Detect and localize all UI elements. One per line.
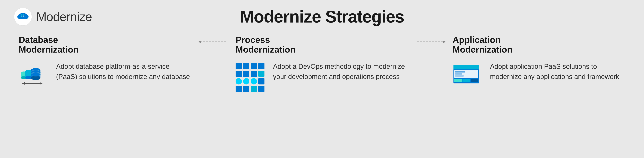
grid-cell-r3c4 <box>258 78 265 85</box>
svg-marker-22 <box>40 82 42 85</box>
application-strategy-column: Application Modernization <box>448 35 630 91</box>
svg-rect-30 <box>454 68 479 69</box>
process-grid-icon <box>236 63 264 92</box>
svg-rect-5 <box>21 14 22 15</box>
svg-rect-4 <box>19 16 27 19</box>
svg-rect-36 <box>455 73 462 74</box>
svg-point-17 <box>31 76 40 80</box>
grid-cell-r3c2 <box>243 78 250 85</box>
svg-rect-37 <box>455 75 464 76</box>
process-strategy-text: Adopt a DevOps methodology to modernize … <box>273 61 408 82</box>
grid-cell-r4c3 <box>251 86 257 92</box>
svg-marker-25 <box>198 41 201 43</box>
process-strategy-body: Adopt a DevOps methodology to modernize … <box>236 61 408 92</box>
svg-rect-8 <box>23 16 24 17</box>
grid-cell-r3c3 <box>251 78 257 85</box>
header-row: Modernize Modernize Strategies <box>14 7 630 26</box>
svg-rect-6 <box>23 14 24 15</box>
database-strategy-title: Database Modernization <box>19 35 192 54</box>
application-strategy-body: Adopt application PaaS solutions to mode… <box>452 61 625 91</box>
database-strategy-column: Database Modernization <box>14 35 196 91</box>
page-wrapper: Modernize Modernize Strategies Database … <box>0 0 644 158</box>
application-strategy-title: Application Modernization <box>452 35 625 54</box>
database-strategy-body: Adopt database platform-as-a-service (Pa… <box>19 61 192 91</box>
grid-cell-r2c3 <box>251 71 257 77</box>
database-strategy-text: Adopt database platform-as-a-service (Pa… <box>56 61 192 82</box>
svg-point-23 <box>32 83 34 84</box>
grid-cell-r2c1 <box>236 71 242 77</box>
main-title-area: Modernize Strategies <box>98 7 546 26</box>
svg-marker-21 <box>22 82 25 85</box>
application-strategy-text: Adopt application PaaS solutions to mode… <box>490 61 625 82</box>
process-icon-wrapper <box>236 63 266 92</box>
logo-text: Modernize <box>36 10 92 24</box>
logo-area: Modernize <box>14 7 98 26</box>
grid-cell-r2c4 <box>258 71 265 77</box>
grid-cell-r1c1 <box>236 63 242 69</box>
grid-cell-r3c1 <box>236 78 242 85</box>
svg-rect-7 <box>21 16 22 17</box>
svg-rect-33 <box>462 79 470 83</box>
process-strategy-title: Process Modernization <box>236 35 408 54</box>
svg-rect-32 <box>454 79 462 83</box>
content-row: Database Modernization <box>14 35 630 151</box>
database-icon <box>19 63 49 90</box>
arrow-left-connector <box>196 35 230 46</box>
right-arrow-svg <box>414 38 448 46</box>
main-title: Modernize Strategies <box>98 7 546 26</box>
left-arrow-svg <box>196 38 230 46</box>
application-icon <box>452 63 483 90</box>
modernize-logo-icon <box>14 7 32 26</box>
svg-rect-34 <box>471 79 478 83</box>
svg-marker-27 <box>443 41 446 43</box>
database-icon-wrapper <box>19 63 49 91</box>
grid-cell-r4c2 <box>243 86 250 92</box>
grid-cell-r1c3 <box>251 63 257 69</box>
arrow-right-connector <box>414 35 448 46</box>
process-strategy-column: Process Modernization <box>230 35 413 92</box>
grid-cell-r4c4 <box>258 86 265 92</box>
grid-cell-r4c1 <box>236 86 242 92</box>
app-icon-wrapper <box>452 63 483 91</box>
svg-rect-35 <box>455 71 465 72</box>
grid-cell-r2c2 <box>243 71 250 77</box>
grid-cell-r1c2 <box>243 63 250 69</box>
grid-cell-r1c4 <box>258 63 265 69</box>
